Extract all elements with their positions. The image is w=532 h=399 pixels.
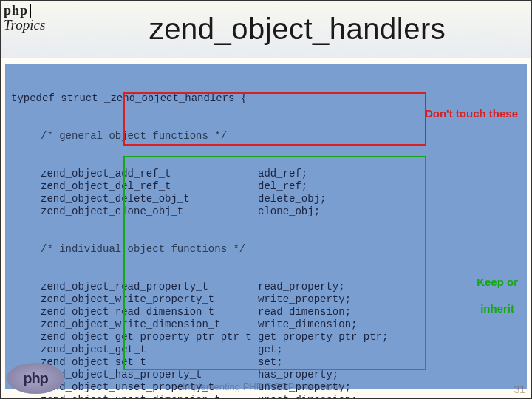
code-row: zend_object_has_property_t has_property; bbox=[11, 369, 521, 381]
dont-touch-label: Don't touch these bbox=[425, 107, 518, 120]
keep-inherit-line1: Keep or bbox=[477, 276, 518, 288]
keep-inherit-line2: inherit bbox=[480, 302, 514, 315]
footer-watermark: Implementing PHP 5 OOP extensions bbox=[183, 381, 343, 393]
logo-tropics-text: Tropics bbox=[4, 17, 45, 33]
logo-php-text: php bbox=[4, 3, 28, 18]
slide-header: php Tropics zend_object_handlers bbox=[1, 1, 531, 58]
tropics-logo: php Tropics bbox=[1, 1, 64, 58]
dont-touch-box bbox=[123, 92, 426, 146]
php-logo-icon: php bbox=[7, 363, 64, 394]
code-row: zend_object_unset_dimension_t unset_dime… bbox=[11, 394, 521, 399]
slide-title: zend_object_handlers bbox=[64, 13, 531, 46]
php-logo-text: php bbox=[23, 370, 48, 387]
keep-inherit-box bbox=[123, 156, 426, 370]
keep-inherit-label: Keep or inherit bbox=[464, 262, 518, 329]
page-number: 31 bbox=[514, 383, 525, 395]
code-block: typedef struct _zend_object_handlers { /… bbox=[5, 64, 527, 389]
